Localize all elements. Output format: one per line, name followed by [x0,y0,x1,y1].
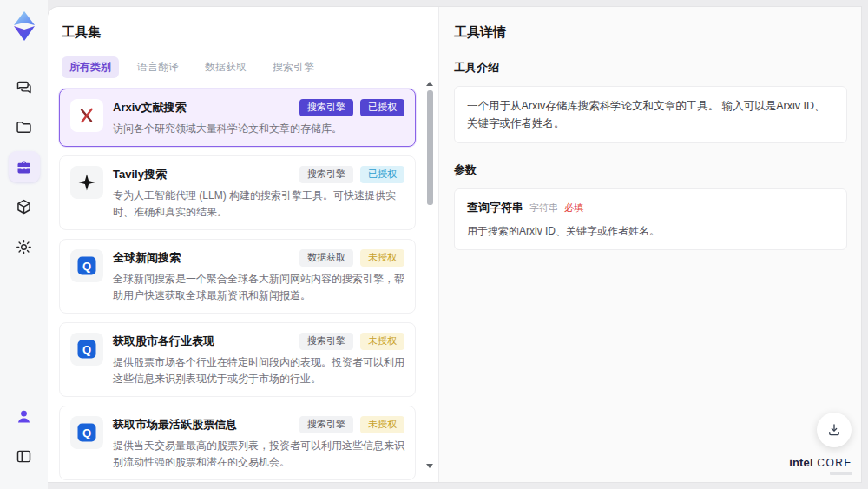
svg-text:Q: Q [82,426,91,439]
auth-tag: 未授权 [360,416,404,433]
intel-core-logo: intel CORE [789,455,852,475]
scrollbar-down-arrow[interactable] [426,464,433,468]
category-tag: 搜索引擎 [299,99,353,116]
core-logo-text: CORE [817,457,852,469]
auth-tag: 未授权 [360,249,404,267]
intel-logo-text: intel [789,456,813,469]
sidebar-item-settings[interactable] [9,231,40,262]
tool-list: Arxiv文献搜索 搜索引擎 已授权 访问各个研究领域大量科学论文和文章的存储库… [59,89,426,482]
download-icon [826,422,842,438]
tool-description: 全球新闻搜索是一个聚合全球各大新闻网站内容的搜索引擎，帮助用户快速获取全球最新资… [113,271,404,303]
tool-description: 提供股票市场各个行业在特定时间段内的表现。投资者可以利用这些信息来识别表现优于或… [113,354,404,387]
tool-card[interactable]: Arxiv文献搜索 搜索引擎 已授权 访问各个研究领域大量科学论文和文章的存储库… [59,89,416,147]
folder-icon [15,118,33,136]
param-name: 查询字符串 [467,200,523,215]
tool-name: Tavily搜索 [113,166,167,182]
sidebar-item-chat[interactable] [9,71,40,102]
intro-text: 一个用于从Arxiv存储库搜索科学论文和文章的工具。 输入可以是Arxiv ID… [467,97,834,132]
tool-card[interactable]: Q 获取市场最活跃股票信息 搜索引擎 未授权 提供当天交易量最高的股票列表，投资… [59,406,416,480]
tool-name: 获取市场最活跃股票信息 [113,416,237,433]
auth-tag: 已授权 [360,99,404,116]
category-tag: 数据获取 [299,249,353,267]
tool-card[interactable]: Q 全球新闻搜索 数据获取 未授权 全球新闻搜索是一个聚合全球各大新闻网站内容的… [59,239,416,314]
param-box: 查询字符串 字符串 必填 用于搜索的Arxiv ID、关键字或作者姓名。 [454,188,847,250]
param-required-badge: 必填 [564,202,583,215]
auth-tag: 已授权 [360,166,404,183]
intro-heading: 工具介绍 [454,60,847,76]
detail-title: 工具详情 [454,24,847,41]
category-tabs: 所有类别语言翻译数据获取搜索引擎 [62,56,426,78]
tool-name: Arxiv文献搜索 [113,99,187,116]
intro-box: 一个用于从Arxiv存储库搜索科学论文和文章的工具。 输入可以是Arxiv ID… [454,86,847,143]
download-button[interactable] [817,413,852,447]
scrollbar-up-arrow[interactable] [426,82,433,86]
tool-card[interactable]: Tavily搜索 搜索引擎 已授权 专为人工智能代理 (LLM) 构建的搜索引擎… [59,155,416,230]
tool-name: 全球新闻搜索 [113,249,181,266]
sidebar-toggle-panel[interactable] [9,440,40,472]
category-tag: 搜索引擎 [299,416,353,433]
tab-2[interactable]: 数据获取 [197,56,254,78]
svg-text:Q: Q [82,260,91,273]
layout-panel-icon [15,447,33,466]
left-rail [0,0,48,489]
tab-1[interactable]: 语言翻译 [129,56,187,78]
category-tag: 搜索引擎 [299,333,353,350]
blueq-icon: Q [70,416,103,449]
intel-logo-subline [830,472,852,475]
tool-description: 专为人工智能代理 (LLM) 构建的搜索引擎工具。可快速提供实时、准确和真实的结… [113,188,404,220]
tool-card[interactable]: Q 获取股市各行业表现 搜索引擎 未授权 提供股票市场各个行业在特定时间段内的表… [59,322,416,397]
user-icon [15,407,33,426]
params-heading: 参数 [454,162,847,178]
tool-list-panel: 工具集 所有类别语言翻译数据获取搜索引擎 Arxiv文献搜索 搜索引擎 已授权 … [48,7,438,482]
arxiv-icon [70,99,103,132]
auth-tag: 未授权 [360,333,404,350]
main-frame: 工具集 所有类别语言翻译数据获取搜索引擎 Arxiv文献搜索 搜索引擎 已授权 … [48,7,861,482]
tool-description: 访问各个研究领域大量科学论文和文章的存储库。 [113,121,404,137]
tool-description: 提供当天交易量最高的股票列表，投资者可以利用这些信息来识别流动性强的股票和潜在的… [113,438,404,470]
sidebar-item-packages[interactable] [9,191,40,222]
tavily-icon [70,166,103,199]
tool-name: 获取股市各行业表现 [113,333,214,349]
package-icon [15,198,33,216]
tab-3[interactable]: 搜索引擎 [265,56,322,78]
param-type: 字符串 [529,202,558,215]
sidebar-item-files[interactable] [9,111,40,142]
sidebar-item-user[interactable] [9,400,40,432]
tab-0[interactable]: 所有类别 [62,56,119,78]
tool-detail-panel: 工具详情 工具介绍 一个用于从Arxiv存储库搜索科学论文和文章的工具。 输入可… [438,7,861,482]
scrollbar-thumb[interactable] [427,90,433,205]
toolbox-icon [15,158,33,176]
sidebar-item-tools[interactable] [9,151,40,182]
svg-text:Q: Q [82,343,91,356]
settings-gear-icon [15,238,33,256]
blueq-icon: Q [70,249,103,282]
param-desc: 用于搜索的Arxiv ID、关键字或作者姓名。 [467,223,834,239]
page-title: 工具集 [62,24,426,41]
chat-icon [15,78,33,96]
category-tag: 搜索引擎 [299,166,353,183]
blueq-icon: Q [70,333,103,366]
app-logo-icon [10,10,39,42]
